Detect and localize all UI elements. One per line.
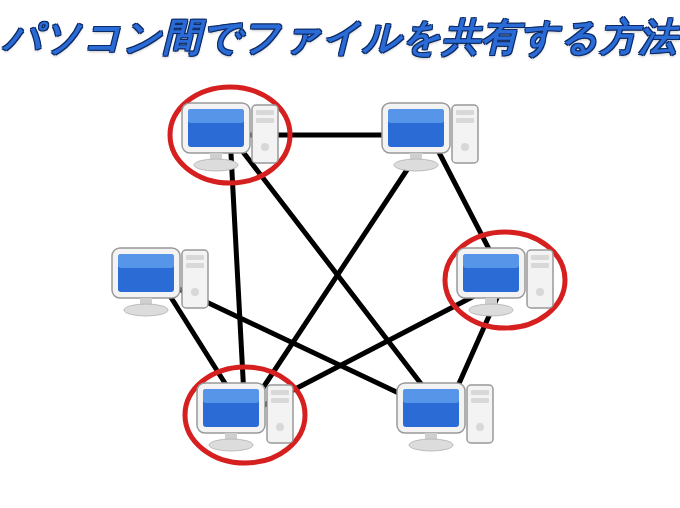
desktop-computer-icon xyxy=(382,103,478,171)
computer-node xyxy=(170,87,290,183)
desktop-computer-icon xyxy=(397,383,493,451)
desktop-computer-icon xyxy=(457,248,553,316)
diagram-stage: パソコン間でファイルを共有する方法 xyxy=(0,0,680,508)
computer-node xyxy=(382,103,478,171)
computer-node xyxy=(112,248,208,316)
computer-node xyxy=(445,232,565,328)
network-diagram xyxy=(0,0,680,508)
desktop-computer-icon xyxy=(197,383,293,451)
network-edge xyxy=(230,135,245,415)
desktop-computer-icon xyxy=(182,103,278,171)
desktop-computer-icon xyxy=(112,248,208,316)
computer-node xyxy=(397,383,493,451)
